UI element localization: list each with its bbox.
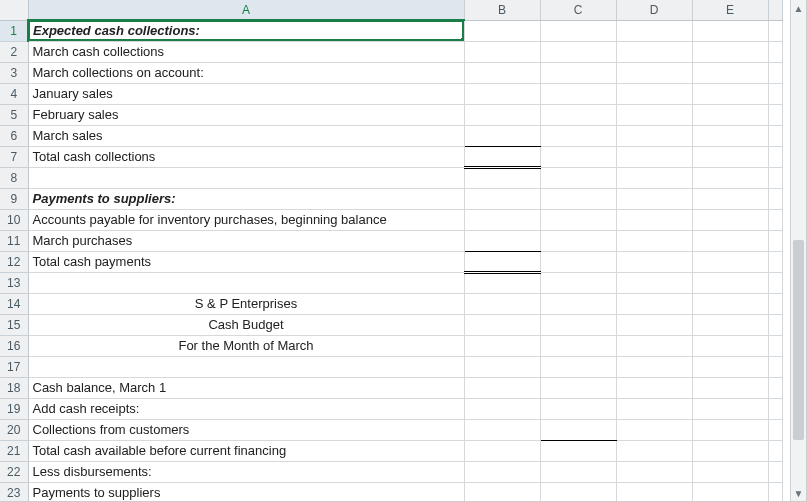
cell-A13[interactable] [28, 272, 464, 293]
cell-F2[interactable] [768, 41, 782, 62]
cell-A14[interactable]: S & P Enterprises [28, 293, 464, 314]
cell-C10[interactable] [540, 209, 616, 230]
cell-D5[interactable] [616, 104, 692, 125]
cell-A11[interactable]: March purchases [28, 230, 464, 251]
cell-C12[interactable] [540, 251, 616, 272]
cell-E15[interactable] [692, 314, 768, 335]
cell-E2[interactable] [692, 41, 768, 62]
cell-B3[interactable] [464, 62, 540, 83]
cell-D13[interactable] [616, 272, 692, 293]
cell-D12[interactable] [616, 251, 692, 272]
cell-C19[interactable] [540, 398, 616, 419]
cell-B18[interactable] [464, 377, 540, 398]
cell-A12[interactable]: Total cash payments [28, 251, 464, 272]
cell-A17[interactable] [28, 356, 464, 377]
cell-E23[interactable] [692, 482, 768, 501]
col-header-D[interactable]: D [616, 0, 692, 20]
vertical-scrollbar[interactable]: ▲ ▼ [790, 0, 806, 501]
cell-B10[interactable] [464, 209, 540, 230]
cell-C6[interactable] [540, 125, 616, 146]
row-header[interactable]: 9 [0, 188, 28, 209]
cell-D8[interactable] [616, 167, 692, 188]
cell-A20[interactable]: Collections from customers [28, 419, 464, 440]
cell-B16[interactable] [464, 335, 540, 356]
row-header[interactable]: 19 [0, 398, 28, 419]
row-header[interactable]: 20 [0, 419, 28, 440]
cell-C18[interactable] [540, 377, 616, 398]
cell-B2[interactable] [464, 41, 540, 62]
row-header[interactable]: 11 [0, 230, 28, 251]
cell-E10[interactable] [692, 209, 768, 230]
cell-E1[interactable] [692, 20, 768, 41]
cell-E3[interactable] [692, 62, 768, 83]
cell-C4[interactable] [540, 83, 616, 104]
cell-F12[interactable] [768, 251, 782, 272]
cell-E8[interactable] [692, 167, 768, 188]
cell-D16[interactable] [616, 335, 692, 356]
cell-F23[interactable] [768, 482, 782, 501]
cell-C7[interactable] [540, 146, 616, 167]
cell-F5[interactable] [768, 104, 782, 125]
cell-F4[interactable] [768, 83, 782, 104]
cell-A7[interactable]: Total cash collections [28, 146, 464, 167]
cell-E17[interactable] [692, 356, 768, 377]
cell-B1[interactable] [464, 20, 540, 41]
cell-E6[interactable] [692, 125, 768, 146]
cell-C22[interactable] [540, 461, 616, 482]
cell-C9[interactable] [540, 188, 616, 209]
row-header[interactable]: 18 [0, 377, 28, 398]
cell-B20[interactable] [464, 419, 540, 440]
row-header[interactable]: 14 [0, 293, 28, 314]
cell-D9[interactable] [616, 188, 692, 209]
row-header[interactable]: 23 [0, 482, 28, 501]
cell-F15[interactable] [768, 314, 782, 335]
cell-D19[interactable] [616, 398, 692, 419]
cell-B13[interactable] [464, 272, 540, 293]
row-header[interactable]: 2 [0, 41, 28, 62]
cell-D2[interactable] [616, 41, 692, 62]
cell-F7[interactable] [768, 146, 782, 167]
cell-E9[interactable] [692, 188, 768, 209]
cell-C21[interactable] [540, 440, 616, 461]
col-header-C[interactable]: C [540, 0, 616, 20]
cell-E13[interactable] [692, 272, 768, 293]
cell-A22[interactable]: Less disbursements: [28, 461, 464, 482]
cell-B5[interactable] [464, 104, 540, 125]
grid[interactable]: A B C D E 1 Expected cash collections: 2 [0, 0, 783, 501]
cell-B11[interactable] [464, 230, 540, 251]
cell-B12[interactable] [464, 251, 540, 272]
cell-E20[interactable] [692, 419, 768, 440]
cell-F3[interactable] [768, 62, 782, 83]
cell-D7[interactable] [616, 146, 692, 167]
cell-B17[interactable] [464, 356, 540, 377]
cell-A19[interactable]: Add cash receipts: [28, 398, 464, 419]
cell-D6[interactable] [616, 125, 692, 146]
row-header[interactable]: 3 [0, 62, 28, 83]
cell-E22[interactable] [692, 461, 768, 482]
cell-F19[interactable] [768, 398, 782, 419]
cell-F1[interactable] [768, 20, 782, 41]
cell-F17[interactable] [768, 356, 782, 377]
cell-D17[interactable] [616, 356, 692, 377]
cell-B4[interactable] [464, 83, 540, 104]
cell-C23[interactable] [540, 482, 616, 501]
cell-B8[interactable] [464, 167, 540, 188]
cell-A23[interactable]: Payments to suppliers [28, 482, 464, 501]
cell-E7[interactable] [692, 146, 768, 167]
cell-A16[interactable]: For the Month of March [28, 335, 464, 356]
scroll-down-icon[interactable]: ▼ [791, 485, 806, 501]
cell-D14[interactable] [616, 293, 692, 314]
cell-C1[interactable] [540, 20, 616, 41]
cell-A3[interactable]: March collections on account: [28, 62, 464, 83]
row-header[interactable]: 1 [0, 20, 28, 41]
cell-A5[interactable]: February sales [28, 104, 464, 125]
cell-C3[interactable] [540, 62, 616, 83]
row-header[interactable]: 17 [0, 356, 28, 377]
cell-C15[interactable] [540, 314, 616, 335]
cell-F10[interactable] [768, 209, 782, 230]
row-header[interactable]: 13 [0, 272, 28, 293]
col-header-F[interactable] [768, 0, 782, 20]
cell-E14[interactable] [692, 293, 768, 314]
cell-D1[interactable] [616, 20, 692, 41]
scroll-up-icon[interactable]: ▲ [791, 0, 806, 16]
